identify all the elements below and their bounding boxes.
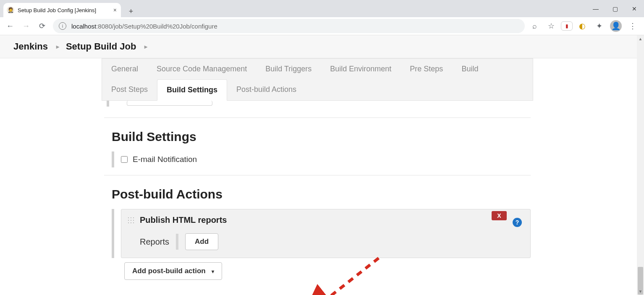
- url-host: localhost: [71, 23, 96, 30]
- new-tab-button[interactable]: +: [125, 5, 137, 17]
- katalon-extension-icon[interactable]: ◐: [575, 19, 589, 33]
- add-post-build-action-label: Add post-build action: [132, 267, 206, 275]
- scrollbar-down-icon[interactable]: ▼: [637, 288, 644, 295]
- publish-header: Publish HTML reports: [127, 215, 524, 225]
- section-build-settings: Build Settings E-mail Notification: [102, 118, 533, 167]
- tab-scm[interactable]: Source Code Management: [147, 59, 256, 79]
- forward-button[interactable]: →: [18, 18, 34, 34]
- config-column: General Source Code Management Build Tri…: [102, 58, 533, 295]
- build-settings-heading: Build Settings: [112, 130, 531, 144]
- tab-build-triggers[interactable]: Build Triggers: [256, 59, 321, 79]
- window-close-button[interactable]: ✕: [625, 0, 644, 17]
- reports-label: Reports: [140, 237, 169, 247]
- publish-html-title: Publish HTML reports: [140, 215, 227, 225]
- tab-post-steps[interactable]: Post Steps: [102, 79, 157, 100]
- section-post-build-actions: Post-build Actions X ? Publish HTML repo…: [102, 175, 533, 280]
- window-minimize-button[interactable]: —: [586, 0, 605, 17]
- jenkins-favicon: 🤵: [7, 6, 14, 14]
- truncated-button[interactable]: [127, 101, 212, 106]
- extensions-icon[interactable]: ✦: [592, 19, 606, 33]
- breadcrumb-job[interactable]: Setup Build Job: [66, 41, 136, 52]
- tab-post-build-actions[interactable]: Post-build Actions: [227, 79, 306, 100]
- toolbar-right-icons: ⌕ ☆ ▮ ◐ ✦ 👤 ⋮: [527, 19, 641, 33]
- profile-avatar[interactable]: 👤: [609, 19, 623, 33]
- previous-section-sliver: [102, 101, 533, 107]
- chevron-right-icon: ▸: [140, 43, 150, 50]
- close-tab-icon[interactable]: ×: [113, 7, 117, 13]
- add-report-button[interactable]: Add: [185, 233, 218, 250]
- browser-chrome: 🤵 Setup Build Job Config [Jenkins] × + —…: [0, 0, 644, 35]
- tab-build-environment[interactable]: Build Environment: [321, 59, 401, 79]
- mcafee-extension-icon[interactable]: ▮: [561, 21, 573, 31]
- back-button[interactable]: ←: [3, 18, 18, 34]
- reload-button[interactable]: ⟳: [34, 18, 50, 34]
- reports-row: Reports Add: [140, 233, 524, 250]
- tab-strip: 🤵 Setup Build Job Config [Jenkins] × +: [0, 0, 644, 17]
- address-bar[interactable]: i localhost:8080/job/Setup%20Build%20Job…: [53, 19, 525, 33]
- chevron-down-icon: ▾: [212, 269, 214, 274]
- drag-handle-icon[interactable]: [112, 209, 114, 258]
- page-area: General Source Code Management Build Tri…: [0, 58, 637, 295]
- drag-handle-icon[interactable]: [176, 234, 178, 250]
- url-path: :8080/job/Setup%20Build%20Job/configure: [96, 23, 217, 30]
- help-icon[interactable]: ?: [513, 218, 522, 227]
- delete-step-button[interactable]: X: [492, 211, 507, 220]
- drag-handle-icon[interactable]: [112, 151, 114, 167]
- zoom-icon[interactable]: ⌕: [527, 19, 542, 33]
- tab-build[interactable]: Build: [452, 59, 487, 79]
- tab-pre-steps[interactable]: Pre Steps: [401, 59, 452, 79]
- tab-build-settings[interactable]: Build Settings: [157, 79, 227, 101]
- tab-title: Setup Build Job Config [Jenkins]: [18, 7, 96, 13]
- publish-html-reports-block: X ? Publish HTML reports Reports Add: [121, 209, 531, 258]
- breadcrumb-root[interactable]: Jenkins: [13, 41, 48, 52]
- breadcrumb-bar: Jenkins ▸ Setup Build Job ▸: [0, 35, 644, 58]
- config-tabs: General Source Code Management Build Tri…: [102, 58, 533, 101]
- tab-general[interactable]: General: [102, 59, 147, 79]
- vertical-scrollbar[interactable]: ▲ ▼: [637, 35, 644, 295]
- email-notification-row: E-mail Notification: [112, 151, 531, 167]
- email-notification-text: E-mail Notification: [133, 155, 197, 164]
- scrollbar-up-icon[interactable]: ▲: [637, 35, 644, 42]
- drag-handle-icon[interactable]: [107, 101, 109, 107]
- chevron-right-icon: ▸: [52, 43, 62, 50]
- kebab-menu-icon[interactable]: ⋮: [626, 19, 640, 33]
- browser-tab[interactable]: 🤵 Setup Build Job Config [Jenkins] ×: [3, 3, 121, 17]
- window-maximize-button[interactable]: ▢: [605, 0, 625, 17]
- drag-grid-icon[interactable]: [127, 217, 135, 224]
- bookmark-star-icon[interactable]: ☆: [544, 19, 558, 33]
- left-gutter: [0, 58, 102, 295]
- address-bar-row: ← → ⟳ i localhost:8080/job/Setup%20Build…: [0, 17, 644, 35]
- email-notification-label[interactable]: E-mail Notification: [121, 155, 197, 164]
- window-controls: — ▢ ✕: [586, 0, 644, 17]
- post-build-actions-heading: Post-build Actions: [112, 187, 531, 201]
- add-post-build-action-button[interactable]: Add post-build action ▾: [124, 262, 222, 280]
- site-info-icon[interactable]: i: [59, 22, 66, 30]
- email-notification-checkbox[interactable]: [121, 156, 128, 163]
